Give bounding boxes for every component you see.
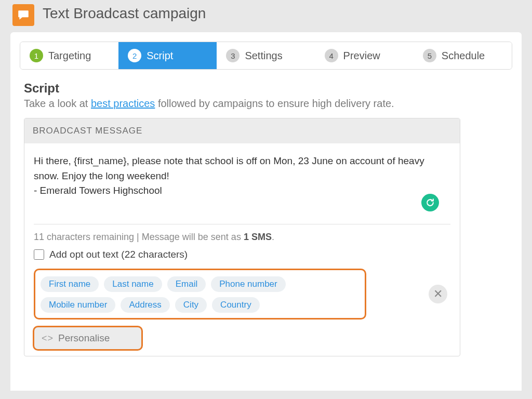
section-title: Script	[24, 81, 508, 96]
token-city[interactable]: City	[175, 297, 207, 313]
page-header: Text Broadcast campaign	[0, 0, 532, 32]
stats-prefix: characters remaining | Message will be s…	[44, 232, 244, 242]
wizard-step-targeting[interactable]: 1 Targeting	[20, 42, 118, 69]
section-subtitle: Take a look at best practices followed b…	[24, 98, 508, 110]
personalise-button[interactable]: < > Personalise	[33, 326, 143, 351]
message-textarea[interactable]: Hi there, {first_name}, please note that…	[34, 154, 450, 219]
wizard-step-settings[interactable]: 3 Settings	[217, 42, 315, 69]
stats-suffix: .	[272, 232, 274, 242]
token-email[interactable]: Email	[167, 276, 206, 292]
wizard-tabs: 1 Targeting 2 Script 3 Settings 4 Previe…	[20, 42, 512, 70]
optout-checkbox[interactable]	[34, 249, 44, 260]
step-label: Settings	[245, 50, 282, 62]
step-number: 1	[30, 49, 43, 62]
personalise-label: Personalise	[58, 332, 110, 344]
subtitle-before: Take a look at	[24, 98, 91, 109]
step-number: 3	[226, 49, 240, 62]
character-stats: 11 characters remaining | Message will b…	[34, 224, 450, 246]
personalisation-tokens: First name Last name Email Phone number …	[34, 269, 366, 320]
subtitle-after: followed by campaigns to ensure high del…	[155, 98, 394, 109]
content-card: 1 Targeting 2 Script 3 Settings 4 Previe…	[10, 32, 522, 391]
best-practices-link[interactable]: best practices	[91, 98, 155, 109]
step-label: Schedule	[442, 50, 485, 62]
wizard-step-schedule[interactable]: 5 Schedule	[414, 42, 512, 69]
step-label: Script	[147, 50, 173, 62]
page-title: Text Broadcast campaign	[43, 2, 206, 22]
code-brackets-icon: < >	[42, 333, 52, 344]
token-country[interactable]: Country	[212, 297, 260, 313]
token-address[interactable]: Address	[121, 297, 169, 313]
token-last-name[interactable]: Last name	[104, 276, 162, 292]
step-number: 2	[128, 49, 141, 62]
step-number: 4	[325, 49, 338, 62]
wizard-step-script[interactable]: 2 Script	[118, 42, 217, 69]
close-tokens-button[interactable]: ✕	[429, 285, 447, 303]
chars-remaining-value: 11	[34, 232, 44, 242]
broadcast-message-header: BROADCAST MESSAGE	[24, 118, 460, 143]
chat-bubble-icon	[12, 4, 34, 26]
personalisation-tokens-wrap: First name Last name Email Phone number …	[34, 269, 450, 320]
script-section: Script Take a look at best practices fol…	[20, 70, 512, 356]
step-label: Preview	[343, 50, 380, 62]
broadcast-message-body: Hi there, {first_name}, please note that…	[24, 143, 460, 351]
optout-label: Add opt out text (22 characters)	[49, 249, 188, 260]
close-icon: ✕	[433, 287, 443, 301]
token-first-name[interactable]: First name	[41, 276, 99, 292]
token-mobile-number[interactable]: Mobile number	[41, 297, 115, 313]
wizard-step-preview[interactable]: 4 Preview	[315, 42, 414, 69]
broadcast-message-card: BROADCAST MESSAGE Hi there, {first_name}…	[24, 118, 460, 356]
step-number: 5	[423, 49, 436, 62]
optout-row[interactable]: Add opt out text (22 characters)	[34, 246, 450, 269]
grammarly-icon[interactable]	[421, 194, 439, 211]
step-label: Targeting	[48, 50, 91, 62]
sms-count: 1 SMS	[244, 232, 272, 242]
token-phone-number[interactable]: Phone number	[211, 276, 286, 292]
